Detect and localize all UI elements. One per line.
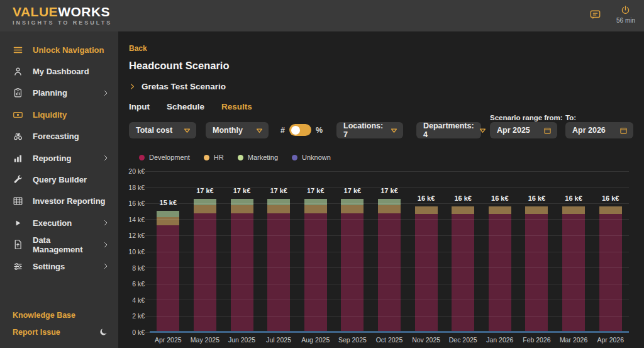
range-from-label: Scenario range from: [490,114,563,121]
metric-dropdown[interactable]: Total cost [129,122,196,138]
departments-dropdown[interactable]: Departments: 4 [416,122,481,138]
sidebar-item-unlock-navigation[interactable]: Unlock Navigation [0,39,118,60]
bar-segment-development [525,214,548,332]
chat-feedback-icon[interactable] [589,9,601,21]
bar-segment-hr [378,205,401,213]
legend-item-marketing[interactable]: Marketing [238,154,278,161]
tab-schedule[interactable]: Schedule [167,102,204,111]
tab-input[interactable]: Input [129,102,150,111]
legend-item-hr[interactable]: HR [204,154,224,161]
knowledge-base-label: Knowledge Base [13,311,75,320]
bar-segment-development [562,214,585,332]
locations-dropdown[interactable]: Locations: 7 [336,122,403,138]
legend-item-development[interactable]: Development [139,154,190,161]
bar-segment-hr [525,206,548,214]
bar-apr-2025[interactable] [157,211,179,332]
chart-band: 17 k€ [187,171,224,332]
bar-segment-hr [304,205,327,213]
bar-segment-marketing [157,211,179,217]
valueworks-logo: VALUEWORKS INSIGHTS TO RESULTS [13,5,112,26]
legend-label: Development [149,154,190,161]
bar-aug-2025[interactable] [304,199,327,332]
sidebar-item-reporting[interactable]: Reporting [0,147,118,169]
x-axis-tick-label: Nov 2025 [404,336,448,344]
bar-total-label: 17 k€ [297,187,335,194]
bar-segment-development [267,213,290,332]
power-icon[interactable] [620,5,631,16]
bar-mar-2026[interactable] [562,206,585,332]
sidebar-item-label: Execution [33,218,72,228]
sidebar-item-liquidity[interactable]: Liquidity [0,104,118,125]
back-link[interactable]: Back [129,44,147,53]
chart-legend: DevelopmentHRMarketingUnknown [139,154,331,161]
sidebar-item-data-management[interactable]: Data Management [0,234,118,255]
sidebar-item-execution[interactable]: Execution [0,212,118,233]
sidebar-item-planning[interactable]: Planning [0,82,118,104]
chevron-right-icon [102,262,109,270]
toggle-knob [291,126,300,135]
legend-dot [238,155,243,160]
bar-dec-2025[interactable] [452,206,474,332]
bar-nov-2025[interactable] [415,206,438,332]
bar-segment-development [489,214,511,332]
bar-segment-hr [452,206,474,214]
bar-total-label: 16 k€ [518,194,555,202]
bar-jun-2025[interactable] [231,199,253,332]
chart-band: 16 k€ [408,171,445,332]
chevron-down-icon [479,128,486,133]
sidebar-item-my-dashboard[interactable]: My Dashboard [0,60,118,82]
sidebar-item-forecasting[interactable]: Forecasting [0,126,118,147]
moon-dark-mode-icon[interactable] [99,327,108,337]
period-dropdown[interactable]: Monthly [206,122,269,138]
range-to-label: To: [565,114,576,121]
bar-segment-hr [231,205,253,213]
locations-dropdown-value: Locations: 7 [343,121,386,139]
legend-item-unknown[interactable]: Unknown [292,154,331,161]
y-axis-tick-label: 4 k€ [116,296,145,304]
report-issue-link[interactable]: Report Issue [0,323,118,340]
chart-band: 16 k€ [445,171,482,332]
range-from-input[interactable]: Apr 2025 [490,122,557,138]
x-axis-tick-label: Jan 2026 [478,336,522,344]
legend-label: Marketing [248,154,278,161]
calendar-icon [543,126,552,135]
binoculars-icon [13,131,23,142]
sidebar: Unlock Navigation My Dashboard Planning … [0,31,118,348]
range-to-input[interactable]: Apr 2026 [565,122,633,138]
logo-text-works: WORKS [58,4,110,19]
bar-segment-development [378,213,401,332]
top-header-bar: VALUEWORKS INSIGHTS TO RESULTS 56 min [0,0,644,31]
sidebar-item-query-builder[interactable]: Query Builder [0,169,118,190]
bar-sep-2025[interactable] [341,199,364,332]
bar-total-label: 16 k€ [481,194,519,202]
bar-segment-hr [267,205,290,213]
bar-jul-2025[interactable] [267,199,290,332]
bar-feb-2026[interactable] [525,206,548,332]
chevron-down-icon [391,128,397,133]
tab-results[interactable]: Results [221,102,252,111]
bar-may-2025[interactable] [194,199,216,332]
bar-jan-2026[interactable] [489,206,511,332]
unit-toggle-switch[interactable] [289,124,311,136]
y-axis-tick-label: 18 k€ [116,184,145,191]
y-axis-tick-label: 14 k€ [116,216,145,223]
scenario-expander[interactable]: Gretas Test Scenario [129,82,226,91]
x-axis-tick-label: May 2025 [183,336,227,344]
bar-segment-development [452,214,474,332]
bar-total-label: 16 k€ [555,194,592,202]
sidebar-item-label: Query Builder [33,175,87,184]
sidebar-item-investor-reporting[interactable]: Investor Reporting [0,191,118,212]
bar-oct-2025[interactable] [378,199,401,332]
knowledge-base-link[interactable]: Knowledge Base [0,306,118,323]
play-icon [13,218,23,228]
topbar-actions: 56 min [589,5,635,24]
range-from-value: Apr 2025 [497,126,530,135]
x-axis-tick-label: Jun 2025 [220,336,264,344]
report-issue-label: Report Issue [13,328,60,337]
sidebar-item-settings[interactable]: Settings [0,255,118,277]
bar-apr-2026[interactable] [599,206,622,332]
x-axis-tick-label: Dec 2025 [441,336,485,344]
bar-total-label: 16 k€ [592,194,630,202]
bar-segment-hr [599,206,622,214]
chart-band: 16 k€ [518,171,555,332]
